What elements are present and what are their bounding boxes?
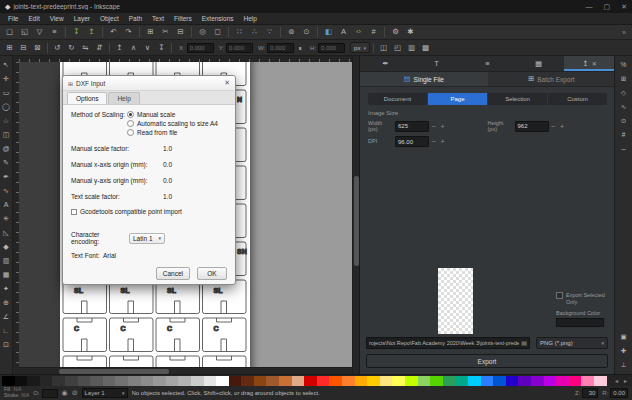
xml-editor-button[interactable]: ‹› <box>352 26 365 39</box>
palette-swatch[interactable] <box>2 376 15 386</box>
spiral-tool[interactable]: @ <box>0 141 12 155</box>
layer-visibility-icon[interactable]: ◉ <box>62 389 68 397</box>
y-input[interactable]: 0.000 <box>226 43 253 53</box>
pencil-tool[interactable]: ✎ <box>0 155 12 169</box>
lower-button[interactable]: ∨ <box>141 41 154 54</box>
select-all-button[interactable]: ⊞ <box>3 41 16 54</box>
save-document-button[interactable]: ▽ <box>33 26 46 39</box>
group-button[interactable]: ⊚ <box>285 26 298 39</box>
flip-vertical-button[interactable]: ⇵ <box>93 41 106 54</box>
rotate-ccw-button[interactable]: ↺ <box>51 41 64 54</box>
menu-view[interactable]: View <box>45 14 69 23</box>
palette-swatch[interactable] <box>342 376 355 386</box>
new-document-button[interactable]: ▢ <box>3 26 16 39</box>
rectangle-tool[interactable]: ▭ <box>0 85 12 99</box>
measure-tool[interactable]: ∠ <box>0 309 12 323</box>
eraser-tool[interactable]: ◺ <box>0 225 12 239</box>
palette-swatch[interactable] <box>78 376 91 386</box>
palette-swatch[interactable] <box>292 376 305 386</box>
dpi-increase-button[interactable]: + <box>438 138 447 145</box>
text-font-value[interactable]: Arial <box>103 252 116 259</box>
print-button[interactable]: ≡ <box>48 26 61 39</box>
lock-icon[interactable]: ∎ <box>298 45 302 51</box>
dpi-decrease-button[interactable]: − <box>429 138 438 145</box>
palette-swatch[interactable] <box>103 376 116 386</box>
width-increase-button[interactable]: + <box>438 123 447 130</box>
palette-swatch[interactable] <box>204 376 217 386</box>
palette-scroll-left-button[interactable]: ◂ <box>612 377 621 384</box>
subtab-custom[interactable]: Custom <box>548 93 607 105</box>
export-button[interactable]: ↥ <box>85 26 98 39</box>
x-input[interactable]: 0.000 <box>187 43 214 53</box>
palette-swatch[interactable] <box>304 376 317 386</box>
palette-swatch[interactable] <box>90 376 103 386</box>
menu-file[interactable]: File <box>3 14 23 23</box>
ellipse-tool[interactable]: ◯ <box>0 99 12 113</box>
snap-centers-button[interactable]: ⊙ <box>618 115 630 127</box>
palette-swatch[interactable] <box>392 376 405 386</box>
menu-text[interactable]: Text <box>147 14 169 23</box>
layers-tab[interactable]: ≡ <box>462 56 513 71</box>
selector-tool[interactable]: ↖ <box>0 57 12 71</box>
redo-button[interactable]: ↷ <box>122 26 135 39</box>
unlink-clone-button[interactable]: ∵ <box>263 26 276 39</box>
palette-swatch[interactable] <box>569 376 582 386</box>
palette-swatch[interactable] <box>430 376 443 386</box>
snap-bounding-box-button[interactable]: ⊞ <box>618 73 630 85</box>
dropper-tool[interactable]: ✦ <box>0 281 12 295</box>
zoom-tool[interactable]: ⊕ <box>0 295 12 309</box>
field-value[interactable]: 0.0 <box>163 161 172 168</box>
palette-swatch[interactable] <box>166 376 179 386</box>
gradient-tool[interactable]: ▥ <box>0 253 12 267</box>
filename-input[interactable]: rojects\Not Repo\Fab Academy 2020\Week 3… <box>366 337 530 349</box>
document-properties-button[interactable]: ⚙ <box>389 26 402 39</box>
pages-tool[interactable]: ⊡ <box>0 337 12 351</box>
palette-swatch[interactable] <box>443 376 456 386</box>
palette-swatch[interactable] <box>329 376 342 386</box>
horizontal-scrollbar[interactable] <box>19 367 352 374</box>
menu-path[interactable]: Path <box>124 14 147 23</box>
palette-swatch[interactable] <box>141 376 154 386</box>
export-sel ected-checkbox[interactable]: Export Selected Only <box>556 292 610 305</box>
dialog-titlebar[interactable]: ⊞ DXF Input ✕ <box>63 76 235 91</box>
opacity-input[interactable] <box>42 389 58 398</box>
palette-swatch[interactable] <box>65 376 78 386</box>
opacity-control[interactable]: O: <box>33 389 57 398</box>
minimize-button[interactable]: — <box>586 3 593 10</box>
transform-stroke-toggle-button[interactable]: ◫ <box>377 41 390 54</box>
palette-swatch[interactable] <box>581 376 594 386</box>
menu-object[interactable]: Object <box>95 14 124 23</box>
h-input[interactable]: 0.000 <box>318 43 345 53</box>
width-input[interactable]: 625 <box>395 121 429 132</box>
tab-single-file[interactable]: ▤ Single File <box>360 72 488 86</box>
tab-batch-export[interactable]: ⊞ Batch Export <box>488 72 616 86</box>
ungroup-button[interactable]: ⊙ <box>300 26 313 39</box>
vertical-scrollbar[interactable] <box>352 56 359 374</box>
rotate-cw-button[interactable]: ↻ <box>65 41 78 54</box>
palette-swatch[interactable] <box>241 376 254 386</box>
gcodetools-checkbox[interactable]: Gcodetools compatible point import <box>71 208 227 215</box>
palette-swatch[interactable] <box>594 376 607 386</box>
snap-baseline-button[interactable]: ⊥ <box>618 359 630 371</box>
close-icon[interactable]: ✕ <box>592 60 597 67</box>
cancel-button[interactable]: Cancel <box>156 267 190 280</box>
palette-swatch[interactable] <box>191 376 204 386</box>
palette-swatch[interactable] <box>254 376 267 386</box>
height-decrease-button[interactable]: − <box>549 123 558 130</box>
palette-swatch[interactable] <box>216 376 229 386</box>
duplicate-button[interactable]: ∷ <box>233 26 246 39</box>
tab-help[interactable]: Help <box>108 92 139 104</box>
fill-stroke-indicator[interactable]: Fill:N/A Stroke:N/A <box>4 388 29 399</box>
swatches-tab[interactable]: ▦ <box>513 56 564 71</box>
zoom-input[interactable]: 30 <box>582 388 598 398</box>
dpi-input[interactable]: 96.00 <box>395 136 429 147</box>
palette-swatch[interactable] <box>481 376 494 386</box>
dialog-close-icon[interactable]: ✕ <box>224 79 230 87</box>
height-input[interactable]: 962 <box>515 121 549 132</box>
layer-dropdown[interactable]: Layer 1 ▾ <box>82 388 128 398</box>
menu-extensions[interactable]: Extensions <box>197 14 239 23</box>
toolbar-overflow-button[interactable]: » <box>619 29 629 36</box>
field-value[interactable]: 1.0 <box>163 145 172 152</box>
export-button[interactable]: Export <box>366 354 608 368</box>
palette-swatch[interactable] <box>15 376 28 386</box>
